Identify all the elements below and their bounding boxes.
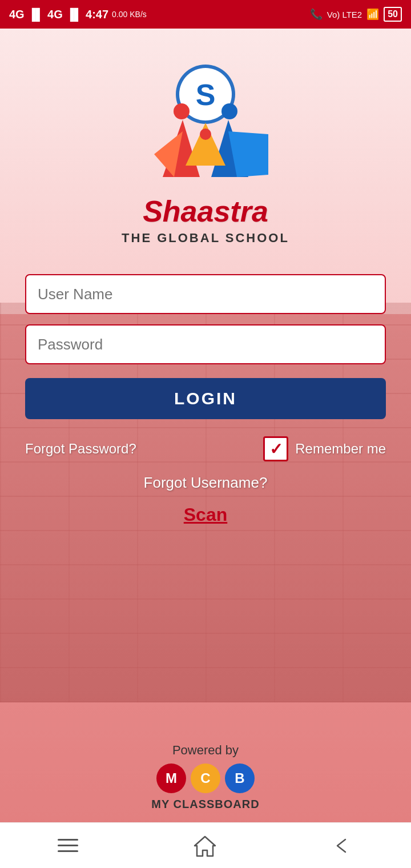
options-row: Forgot Password? ✓ Remember me [0, 419, 411, 461]
svg-point-3 [174, 103, 190, 119]
speed-display: 0.00 KB/s [112, 10, 147, 19]
status-bar: 4G ▐▌ 4G ▐▌ 4:47 0.00 KB/s 📞 Vo) LTE2 📶 … [0, 0, 411, 29]
form-area: LOGIN [0, 257, 411, 419]
scan-area[interactable]: Scan [0, 492, 411, 525]
back-icon [332, 835, 353, 857]
signal-bars-1: ▐▌ [28, 8, 44, 21]
svg-point-10 [200, 128, 211, 140]
back-nav-button[interactable] [320, 829, 365, 862]
forgot-username-link[interactable]: Forgot Username? [144, 474, 268, 491]
checkmark-icon: ✓ [269, 440, 283, 459]
main-container: S Shaastra THE GLOBAL SCHOOL [0, 29, 411, 868]
status-right: 📞 Vo) LTE2 📶 50 [310, 7, 402, 22]
remember-me-checkbox[interactable]: ✓ [263, 436, 288, 461]
school-subtitle: THE GLOBAL SCHOOL [122, 231, 289, 246]
powered-by-label: Powered by [172, 743, 239, 758]
school-name: Shaastra [143, 194, 268, 228]
menu-nav-button[interactable] [46, 833, 90, 858]
mcb-c-icon: C [191, 763, 220, 793]
scan-link[interactable]: Scan [184, 504, 227, 525]
home-icon [194, 834, 216, 857]
hamburger-icon [58, 839, 78, 852]
svg-marker-11 [195, 837, 215, 856]
brand-name: MY CLASSBOARD [151, 798, 259, 811]
network-4g-1: 4G [9, 8, 25, 21]
forgot-username-area[interactable]: Forgot Username? [0, 461, 411, 492]
remember-container: ✓ Remember me [263, 436, 386, 461]
network-4g-2: 4G [47, 8, 63, 21]
status-left: 4G ▐▌ 4G ▐▌ 4:47 0.00 KB/s [9, 8, 147, 21]
password-input[interactable] [25, 324, 386, 364]
login-button[interactable]: LOGIN [25, 378, 386, 419]
battery-display: 50 [384, 7, 402, 22]
home-nav-button[interactable] [182, 829, 228, 863]
svg-point-6 [221, 103, 237, 119]
time-display: 4:47 [86, 8, 108, 21]
volte-label: Vo) LTE2 [327, 10, 362, 19]
forgot-password-link[interactable]: Forgot Password? [25, 441, 136, 457]
wifi-icon: 📶 [366, 8, 379, 21]
bottom-nav [0, 822, 411, 868]
mcb-b-icon: B [225, 763, 255, 793]
svg-text:S: S [196, 78, 216, 111]
username-input[interactable] [25, 274, 386, 314]
logo-area: S Shaastra THE GLOBAL SCHOOL [0, 29, 411, 257]
remember-me-label: Remember me [295, 441, 386, 457]
mcb-m-icon: M [156, 763, 186, 793]
phone-icon: 📞 [310, 8, 323, 21]
signal-bars-2: ▐▌ [66, 8, 82, 21]
school-logo: S [143, 63, 268, 200]
mcb-icons-row: M C B [156, 763, 255, 793]
powered-by-area: Powered by M C B MY CLASSBOARD [0, 743, 411, 811]
